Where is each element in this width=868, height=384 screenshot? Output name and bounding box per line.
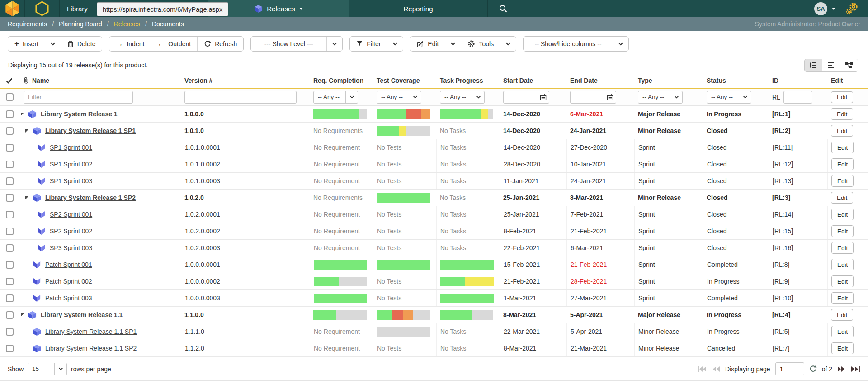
row-checkbox[interactable] (6, 144, 14, 152)
indent-button[interactable]: → Indent (109, 37, 151, 51)
release-name-link[interactable]: Library System Release 1.1 (41, 311, 123, 318)
row-checkbox[interactable] (6, 261, 14, 269)
last-page-button[interactable] (850, 366, 860, 372)
filter-dropdown-button[interactable] (387, 37, 403, 51)
col-header-name[interactable]: Name (32, 77, 49, 84)
calendar-icon[interactable] (607, 94, 613, 100)
workspace-hexagon-button[interactable] (24, 0, 60, 17)
view-toggle-tree[interactable] (805, 59, 822, 71)
insert-button[interactable]: + Insert (8, 37, 45, 51)
release-name-link[interactable]: SP1 Sprint 001 (50, 144, 92, 151)
row-edit-button[interactable]: Edit (831, 108, 853, 120)
row-checkbox[interactable] (6, 127, 14, 135)
row-edit-button[interactable]: Edit (831, 209, 854, 220)
row-edit-button[interactable]: Edit (831, 309, 853, 321)
release-name-link[interactable]: SP2 Sprint 002 (50, 228, 92, 235)
first-page-button[interactable] (697, 366, 707, 372)
collapse-caret-icon[interactable] (25, 129, 28, 133)
breadcrumb-requirements[interactable]: Requirements (8, 20, 47, 28)
avatar[interactable]: SA (814, 2, 827, 15)
columns-dropdown-button[interactable] (613, 37, 628, 51)
row-checkbox[interactable] (6, 177, 14, 185)
delete-button[interactable]: Delete (61, 37, 102, 51)
row-edit-button[interactable]: Edit (831, 158, 854, 170)
page-number-input[interactable] (775, 362, 804, 375)
calendar-icon[interactable] (540, 94, 547, 100)
breadcrumb-planning-board[interactable]: Planning Board (59, 20, 102, 28)
show-level-dropdown-button[interactable] (327, 37, 342, 51)
release-name-link[interactable]: Patch Sprint 003 (45, 294, 92, 302)
release-name-link[interactable]: SP1 Sprint 002 (50, 161, 92, 168)
id-filter-input[interactable] (783, 91, 812, 104)
type-filter-select[interactable]: -- Any -- (638, 91, 683, 104)
col-header-start-date[interactable]: Start Date (503, 77, 533, 84)
row-edit-button[interactable]: Edit (831, 125, 853, 137)
release-name-link[interactable]: Patch Sprint 001 (45, 261, 92, 268)
show-level-select[interactable]: --- Show Level --- (251, 37, 327, 51)
col-header-test-coverage[interactable]: Test Coverage (377, 77, 420, 84)
breadcrumb-documents[interactable]: Documents (152, 20, 184, 28)
col-header-end-date[interactable]: End Date (570, 77, 598, 84)
col-header-req-completion[interactable]: Req. Completion (313, 77, 363, 84)
release-name-link[interactable]: SP3 Sprint 003 (50, 244, 92, 251)
collapse-caret-icon[interactable] (25, 196, 28, 199)
release-name-link[interactable]: Library System Release 1 (41, 110, 118, 118)
req-completion-filter-select[interactable]: -- Any -- (313, 91, 358, 104)
row-edit-button[interactable]: Edit (831, 259, 854, 270)
previous-page-button[interactable] (712, 366, 720, 372)
col-header-type[interactable]: Type (638, 77, 652, 84)
show-hide-columns-select[interactable]: -- Show/hide columns -- (524, 37, 613, 51)
row-checkbox[interactable] (6, 244, 14, 252)
release-name-link[interactable]: Library System Release 1 SP2 (45, 194, 136, 201)
col-header-version[interactable]: Version # (184, 77, 212, 84)
release-name-link[interactable]: Library System Release 1.1 SP1 (45, 328, 137, 335)
nav-releases-menu[interactable]: Releases (208, 0, 349, 17)
release-name-link[interactable]: Library System Release 1.1 SP2 (45, 345, 137, 352)
edit-dropdown-button[interactable] (445, 37, 461, 51)
spira-logo[interactable] (0, 0, 24, 17)
release-name-link[interactable]: Library System Release 1 SP1 (45, 127, 136, 134)
row-checkbox[interactable] (6, 110, 14, 118)
collapse-caret-icon[interactable] (21, 113, 24, 116)
tools-dropdown-button[interactable] (500, 37, 516, 51)
test-coverage-filter-select[interactable]: -- Any -- (377, 91, 421, 104)
row-edit-button[interactable]: Edit (831, 142, 854, 153)
row-edit-button[interactable]: Edit (831, 225, 854, 237)
task-progress-filter-select[interactable]: -- Any -- (440, 91, 485, 104)
row-edit-button[interactable]: Edit (831, 175, 854, 187)
avatar-chevron-down-icon[interactable] (832, 8, 835, 10)
row-checkbox[interactable] (6, 228, 14, 235)
row-checkbox[interactable] (6, 194, 14, 202)
view-toggle-mindmap[interactable] (840, 59, 858, 71)
row-edit-button[interactable]: Edit (831, 275, 854, 287)
insert-dropdown-button[interactable] (45, 37, 61, 51)
filter-edit-button[interactable]: Edit (831, 91, 853, 103)
release-name-link[interactable]: SP1 Sprint 003 (50, 177, 92, 185)
row-checkbox[interactable] (6, 328, 14, 336)
status-filter-select[interactable]: -- Any -- (707, 91, 751, 104)
col-header-task-progress[interactable]: Task Progress (440, 77, 483, 84)
col-header-status[interactable]: Status (707, 77, 726, 84)
nav-reporting[interactable]: Reporting (349, 0, 487, 17)
row-checkbox[interactable] (6, 294, 14, 302)
collapse-caret-icon[interactable] (21, 313, 24, 317)
col-header-id[interactable]: ID (772, 77, 778, 84)
view-toggle-list[interactable] (822, 59, 840, 71)
release-name-link[interactable]: SP2 Sprint 001 (50, 211, 92, 218)
row-edit-button[interactable]: Edit (831, 342, 854, 354)
global-search-button[interactable] (487, 0, 519, 17)
refresh-button[interactable]: Refresh (198, 37, 243, 51)
next-page-button[interactable] (837, 366, 845, 372)
row-checkbox[interactable] (6, 161, 14, 168)
name-filter-input[interactable] (24, 91, 133, 104)
release-name-link[interactable]: Patch Sprint 002 (45, 278, 92, 285)
version-filter-input[interactable] (184, 91, 297, 104)
row-checkbox[interactable] (6, 278, 14, 285)
row-checkbox[interactable] (6, 211, 14, 218)
admin-settings-button[interactable] (840, 1, 863, 16)
refresh-page-button[interactable] (809, 365, 817, 373)
rows-per-page-select[interactable]: 15 (28, 363, 67, 375)
filter-button[interactable]: Filter (350, 37, 387, 51)
row-edit-button[interactable]: Edit (831, 326, 854, 337)
row-edit-button[interactable]: Edit (831, 292, 854, 304)
